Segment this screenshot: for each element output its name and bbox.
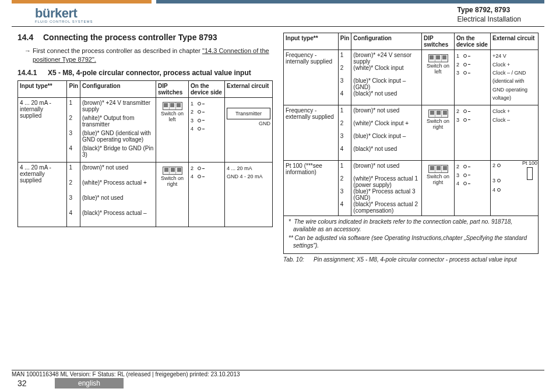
th-dip: DIP switches xyxy=(422,33,455,50)
subheading: 14.4.1 X5 - M8, 4-pole circular connecto… xyxy=(17,69,273,77)
page-footer: MAN 1000116348 ML Version: F Status: RL … xyxy=(0,370,556,389)
logo: bürkert FLUID CONTROL SYSTEMS xyxy=(35,7,93,23)
switch-icon: ☼ xyxy=(428,110,448,118)
th-device: On the device side xyxy=(189,80,225,97)
th-pin: Pin xyxy=(67,80,80,97)
cell-pins: 1234 xyxy=(338,161,351,216)
table-caption: Tab. 10: Pin assignment; X5 - M8, 4-pole… xyxy=(283,256,539,263)
cell-config: (brown)* not used(white)* Clock input +(… xyxy=(351,105,422,161)
cell-device: 2 4 xyxy=(189,162,225,227)
content-columns: 14.4 Connecting the process controller T… xyxy=(0,27,556,264)
left-column: 14.4 Connecting the process controller T… xyxy=(17,33,273,263)
cell-config: (brown)* +24 V transmitter supply(white)… xyxy=(80,97,156,162)
switch-label: Switch on right xyxy=(424,119,452,130)
page-number: 32 xyxy=(17,379,52,388)
th-device: On the device side xyxy=(455,33,491,50)
device-pins: 2 3 4 xyxy=(456,163,488,188)
table-right: Input type** Pin Configuration DIP switc… xyxy=(283,33,539,216)
header-type: Type 8792, 8793 xyxy=(458,6,521,15)
cell-external: +24 VClock +Clock – / GND (identical wit… xyxy=(491,50,539,105)
switch-label: Switch on left xyxy=(424,63,452,75)
switch-label: Switch on right xyxy=(424,174,452,186)
footnote-2-text: Can be adjusted via software (see Operat… xyxy=(293,235,527,249)
heading-text: Connecting the process controller Type 8… xyxy=(43,33,217,42)
language-badge: english xyxy=(55,378,124,389)
device-pins: 2 3 xyxy=(456,107,488,124)
right-column: Input type** Pin Configuration DIP switc… xyxy=(283,33,539,263)
dip-switch: Switch on left xyxy=(158,100,186,123)
cell-dip: Switch on left xyxy=(422,50,455,105)
cell-dip: ☼ Switch on right xyxy=(156,162,189,227)
dip-switch: ☼ Switch on right xyxy=(158,164,186,188)
page-bar: 32 english xyxy=(17,378,539,389)
table-row: 4 ... 20 mA - internally supplied1234(br… xyxy=(18,97,273,162)
cell-input-type: Pt 100 (***see information) xyxy=(284,161,339,216)
cell-dip: Switch on left xyxy=(156,97,189,162)
cell-external: 4 ... 20 mAGND 4 - 20 mA xyxy=(225,162,273,227)
cell-dip: ☼ Switch on right xyxy=(422,105,455,161)
section-heading: 14.4 Connecting the process controller T… xyxy=(17,33,273,42)
switch-icon xyxy=(428,54,448,62)
th-config: Configuration xyxy=(80,80,156,97)
subheading-text: X5 - M8, 4-pole circular connector, proc… xyxy=(48,69,251,77)
th-input-type: Input type** xyxy=(284,33,339,50)
cell-external: Clock +Clock – xyxy=(491,105,539,161)
caption-text: Pin assignment; X5 - M8, 4-pole circular… xyxy=(314,256,517,263)
table-row: 4 ... 20 mA - externally supplied1234(br… xyxy=(18,162,273,227)
cell-config: (brown)* not used(white)* Process actual… xyxy=(351,161,422,216)
blue-stripe xyxy=(156,0,544,3)
footnotes: * The wire colours indicated in brackets… xyxy=(283,216,539,254)
logo-subtext: FLUID CONTROL SYSTEMS xyxy=(35,20,93,23)
switch-icon xyxy=(163,102,182,110)
cell-pins: 1234 xyxy=(67,162,80,227)
device-pins: 1 2 3 xyxy=(456,52,488,77)
intro-lead: First connect the process controller as … xyxy=(33,47,202,54)
footnote-1: * The wire colours indicated in brackets… xyxy=(293,218,534,233)
cell-dip: ☼ Switch on right xyxy=(422,161,455,216)
switch-icon: ☼ xyxy=(428,165,448,173)
device-pins: 1 2 3 4 xyxy=(191,100,223,133)
switch-label: Switch on left xyxy=(158,111,186,123)
arrow-icon: → xyxy=(24,47,33,55)
cell-config: (brown)* not used(white)* Process actual… xyxy=(80,162,156,227)
switch-label: Switch on right xyxy=(158,176,186,188)
cell-device: 2 3 xyxy=(455,105,491,161)
dip-switch: Switch on left xyxy=(424,52,452,75)
cell-input-type: Frequency -internally supplied xyxy=(284,50,339,105)
footnote-2: ** Can be adjusted via software (see Ope… xyxy=(293,235,534,249)
cell-pins: 1234 xyxy=(67,97,80,162)
subheading-number: 14.4.1 xyxy=(17,69,44,77)
th-ext: External circuit xyxy=(491,33,539,50)
cell-device: 2 3 4 xyxy=(455,161,491,216)
top-color-bar xyxy=(0,0,556,3)
header-right: Type 8792, 8793 Electrical Installation xyxy=(458,6,521,24)
th-dip: DIP switches xyxy=(156,80,189,97)
manual-info-line: MAN 1000116348 ML Version: F Status: RL … xyxy=(12,370,544,377)
logo-text: bürkert xyxy=(35,7,77,20)
cell-input-type: 4 ... 20 mA - externally supplied xyxy=(18,162,67,227)
table-header-row: Input type** Pin Configuration DIP switc… xyxy=(284,33,539,50)
th-pin: Pin xyxy=(338,33,351,50)
cell-pins: 1234 xyxy=(338,50,351,105)
heading-number: 14.4 xyxy=(17,33,37,42)
table-left: Input type** Pin Configuration DIP switc… xyxy=(17,80,273,227)
table-row: Frequency - externally supplied1234(brow… xyxy=(284,105,539,161)
cell-external: TransmitterGND xyxy=(225,97,273,162)
dip-switch: ☼ Switch on right xyxy=(424,163,452,186)
cell-pins: 1234 xyxy=(338,105,351,161)
table-row: Frequency -internally supplied1234(brown… xyxy=(284,50,539,105)
cell-config: (brown)* +24 V sensor supply(white)* Clo… xyxy=(351,50,422,105)
cell-input-type: Frequency - externally supplied xyxy=(284,105,339,161)
intro-paragraph: →First connect the process controller as… xyxy=(33,47,273,64)
cell-input-type: 4 ... 20 mA - internally supplied xyxy=(18,97,67,162)
dip-switch: ☼ Switch on right xyxy=(424,107,452,130)
th-input-type: Input type** xyxy=(18,80,67,97)
caption-label: Tab. 10: xyxy=(283,256,310,263)
switch-icon: ☼ xyxy=(163,167,182,175)
footnote-1-text: The wire colours indicated in brackets r… xyxy=(293,218,512,232)
table-row: Pt 100 (***see information)1234(brown)* … xyxy=(284,161,539,216)
cell-device: 1 2 3 4 xyxy=(189,97,225,162)
page-header: bürkert FLUID CONTROL SYSTEMS Type 8792,… xyxy=(12,3,544,27)
cell-external: 2 3 4 Pt 100 xyxy=(491,161,539,216)
device-pins: 2 4 xyxy=(191,164,223,181)
